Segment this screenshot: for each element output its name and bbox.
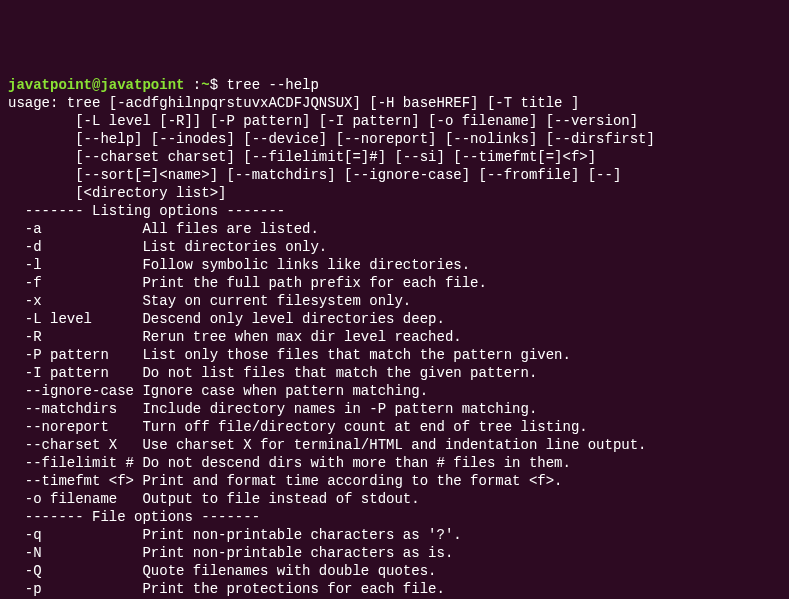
option-desc: Quote filenames with double quotes. <box>126 563 437 579</box>
option-flag: -l <box>8 257 126 273</box>
option-desc: Turn off file/directory count at end of … <box>126 419 588 435</box>
usage-line: [--help] [--inodes] [--device] [--norepo… <box>8 131 655 147</box>
option-flag: -a <box>8 221 126 237</box>
option-line: -p Print the protections for each file. <box>8 581 445 597</box>
option-line: --charset X Use charset X for terminal/H… <box>8 437 647 453</box>
prompt-symbol: $ <box>210 77 227 93</box>
option-flag: -d <box>8 239 126 255</box>
option-desc: List directories only. <box>126 239 328 255</box>
option-flag: -I pattern <box>8 365 126 381</box>
option-desc: Do not list files that match the given p… <box>126 365 538 381</box>
option-desc: Follow symbolic links like directories. <box>126 257 470 273</box>
option-flag: --timefmt <f> <box>8 473 134 489</box>
option-flag: --charset X <box>8 437 126 453</box>
option-line: --filelimit # Do not descend dirs with m… <box>8 455 571 471</box>
prompt-user-host: javatpoint@javatpoint <box>8 77 184 93</box>
usage-line: [--charset charset] [--filelimit[=]#] [-… <box>8 149 596 165</box>
option-flag: -p <box>8 581 126 597</box>
terminal-output: javatpoint@javatpoint :~$ tree --help us… <box>8 76 781 599</box>
usage-line: usage: tree [-acdfghilnpqrstuvxACDFJQNSU… <box>8 95 579 111</box>
option-flag: --ignore-case <box>8 383 134 399</box>
option-line: -R Rerun tree when max dir level reached… <box>8 329 462 345</box>
option-desc: Print the protections for each file. <box>126 581 445 597</box>
option-flag: -Q <box>8 563 126 579</box>
option-desc: All files are listed. <box>126 221 319 237</box>
option-line: --timefmt <f> Print and format time acco… <box>8 473 563 489</box>
option-line: -o filename Output to file instead of st… <box>8 491 420 507</box>
option-desc: Do not descend dirs with more than # fil… <box>134 455 571 471</box>
option-desc: Ignore case when pattern matching. <box>134 383 428 399</box>
command-text: tree --help <box>226 77 318 93</box>
option-flag: -P pattern <box>8 347 126 363</box>
option-flag: -f <box>8 275 126 291</box>
option-flag: --matchdirs <box>8 401 126 417</box>
option-line: --matchdirs Include directory names in -… <box>8 401 537 417</box>
option-line: -Q Quote filenames with double quotes. <box>8 563 436 579</box>
prompt-separator: : <box>184 77 201 93</box>
option-desc: Output to file instead of stdout. <box>126 491 420 507</box>
option-line: -f Print the full path prefix for each f… <box>8 275 487 291</box>
option-desc: Include directory names in -P pattern ma… <box>126 401 538 417</box>
option-flag: --filelimit # <box>8 455 134 471</box>
option-line: --ignore-case Ignore case when pattern m… <box>8 383 428 399</box>
option-desc: Use charset X for terminal/HTML and inde… <box>126 437 647 453</box>
prompt-tilde: ~ <box>201 77 209 93</box>
option-line: -q Print non-printable characters as '?'… <box>8 527 462 543</box>
option-flag: -o filename <box>8 491 126 507</box>
option-desc: Stay on current filesystem only. <box>126 293 412 309</box>
option-flag: -N <box>8 545 126 561</box>
option-line: -x Stay on current filesystem only. <box>8 293 411 309</box>
option-line: -d List directories only. <box>8 239 327 255</box>
option-flag: --noreport <box>8 419 126 435</box>
usage-line: [--sort[=]<name>] [--matchdirs] [--ignor… <box>8 167 621 183</box>
option-line: -I pattern Do not list files that match … <box>8 365 537 381</box>
option-line: -l Follow symbolic links like directorie… <box>8 257 470 273</box>
section-header: ------- File options ------- <box>8 509 260 525</box>
option-desc: Print non-printable characters as is. <box>126 545 454 561</box>
option-line: --noreport Turn off file/directory count… <box>8 419 588 435</box>
option-flag: -L level <box>8 311 126 327</box>
usage-line: [<directory list>] <box>8 185 226 201</box>
option-desc: Print non-printable characters as '?'. <box>126 527 462 543</box>
option-flag: -q <box>8 527 126 543</box>
option-line: -N Print non-printable characters as is. <box>8 545 453 561</box>
option-desc: List only those files that match the pat… <box>126 347 571 363</box>
option-line: -L level Descend only level directories … <box>8 311 445 327</box>
option-line: -P pattern List only those files that ma… <box>8 347 571 363</box>
option-flag: -x <box>8 293 126 309</box>
option-line: -a All files are listed. <box>8 221 319 237</box>
option-desc: Descend only level directories deep. <box>126 311 445 327</box>
option-flag: -R <box>8 329 126 345</box>
section-header: ------- Listing options ------- <box>8 203 285 219</box>
option-desc: Rerun tree when max dir level reached. <box>126 329 462 345</box>
usage-line: [-L level [-R]] [-P pattern] [-I pattern… <box>8 113 638 129</box>
option-desc: Print and format time according to the f… <box>134 473 562 489</box>
option-desc: Print the full path prefix for each file… <box>126 275 487 291</box>
